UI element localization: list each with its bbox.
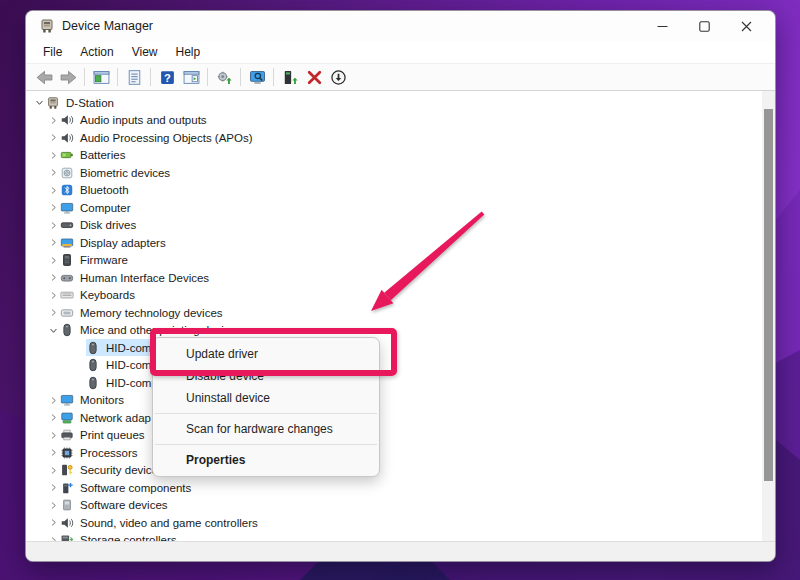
tree-item-keyboards[interactable]: Keyboards — [26, 287, 775, 305]
tree-item-label: Memory technology devices — [80, 307, 223, 319]
chevron-expanded-icon[interactable] — [46, 323, 60, 337]
chevron-collapsed-icon[interactable] — [46, 463, 60, 477]
chevron-collapsed-icon[interactable] — [46, 148, 60, 162]
hid-icon — [60, 271, 74, 285]
menu-file[interactable]: File — [34, 43, 71, 61]
chevron-collapsed-icon[interactable] — [46, 288, 60, 302]
minimize-button[interactable] — [641, 12, 683, 40]
tree-item-human-interface-devices[interactable]: Human Interface Devices — [26, 269, 775, 287]
tree-item-content: Human Interface Devices — [60, 269, 212, 286]
speaker-icon — [60, 516, 74, 530]
tree-item-label: Mice and other pointing devices — [80, 324, 242, 336]
chevron-collapsed-icon[interactable] — [46, 131, 60, 145]
chevron-collapsed-icon[interactable] — [46, 533, 60, 541]
tree-item-software-devices[interactable]: Software devices — [26, 497, 775, 515]
chevron-collapsed-icon[interactable] — [46, 481, 60, 495]
back-arrow-icon[interactable] — [32, 66, 56, 88]
forward-arrow-icon[interactable] — [56, 66, 80, 88]
action-pane-icon[interactable] — [179, 66, 203, 88]
tree-item-content: Audio inputs and outputs — [60, 112, 210, 129]
properties-doc-icon[interactable] — [122, 66, 146, 88]
chevron-collapsed-icon[interactable] — [46, 411, 60, 425]
tree-item-mice-and-other-pointing-devices[interactable]: Mice and other pointing devices — [26, 322, 775, 340]
tree-item-content: Keyboards — [60, 287, 138, 304]
update-driver-icon[interactable] — [212, 66, 236, 88]
help-icon[interactable]: ? — [155, 66, 179, 88]
component-icon — [60, 481, 74, 495]
tree-item-firmware[interactable]: Firmware — [26, 252, 775, 270]
chevron-collapsed-icon[interactable] — [46, 393, 60, 407]
memory-icon — [60, 306, 74, 320]
tree-item-label: HID-comp — [106, 359, 158, 371]
chevron-collapsed-icon[interactable] — [46, 166, 60, 180]
maximize-button[interactable] — [683, 12, 725, 40]
tree-item-content: Biometric devices — [60, 164, 173, 181]
tree-item-network-adap[interactable]: Network adap — [26, 409, 775, 427]
tree-item-hid-comp[interactable]: HID-comp — [26, 357, 775, 375]
tree-item-security-devices[interactable]: Security devices — [26, 462, 775, 480]
context-item-disable-device[interactable]: Disable device — [153, 365, 379, 387]
tree-item-biometric-devices[interactable]: Biometric devices — [26, 164, 775, 182]
monitor-icon — [60, 201, 74, 215]
tree-item-content: Storage controllers — [60, 532, 180, 541]
device-up-icon[interactable] — [278, 66, 302, 88]
tree-item-content: Sound, video and game controllers — [60, 514, 261, 531]
scrollbar-thumb[interactable] — [764, 109, 773, 481]
context-item-update-driver[interactable]: Update driver — [153, 343, 379, 365]
tree-item-label: Monitors — [80, 394, 124, 406]
tree-item-sound-video-and-game-controllers[interactable]: Sound, video and game controllers — [26, 514, 775, 532]
tree-item-hid-comp[interactable]: HID-comp — [26, 374, 775, 392]
vertical-scrollbar[interactable] — [762, 91, 775, 541]
tree-item-processors[interactable]: Processors — [26, 444, 775, 462]
context-item-properties[interactable]: Properties — [153, 449, 379, 471]
tree-item-computer[interactable]: Computer — [26, 199, 775, 217]
console-tree-icon[interactable] — [89, 66, 113, 88]
tree-item-d-station[interactable]: D-Station — [26, 94, 775, 112]
chevron-collapsed-icon[interactable] — [46, 183, 60, 197]
menu-help[interactable]: Help — [167, 43, 210, 61]
context-menu-separator — [155, 444, 377, 445]
tree-item-batteries[interactable]: Batteries — [26, 147, 775, 165]
delete-x-icon[interactable] — [302, 66, 326, 88]
chevron-collapsed-icon[interactable] — [46, 306, 60, 320]
toolbar-divider — [150, 68, 151, 86]
chevron-collapsed-icon[interactable] — [46, 428, 60, 442]
tree-item-storage-controllers[interactable]: Storage controllers — [26, 532, 775, 542]
toolbar-divider — [84, 68, 85, 86]
tree-item-print-queues[interactable]: Print queues — [26, 427, 775, 445]
chevron-collapsed-icon[interactable] — [46, 271, 60, 285]
context-item-uninstall-device[interactable]: Uninstall device — [153, 387, 379, 409]
tree-item-label: HID-comp — [106, 377, 158, 389]
tree-item-content: Memory technology devices — [60, 304, 226, 321]
tree-item-memory-technology-devices[interactable]: Memory technology devices — [26, 304, 775, 322]
chevron-collapsed-icon[interactable] — [46, 446, 60, 460]
mouse-icon — [86, 358, 100, 372]
monitor-icon — [60, 393, 74, 407]
chevron-collapsed-icon[interactable] — [46, 113, 60, 127]
menu-action[interactable]: Action — [71, 43, 122, 61]
chevron-collapsed-icon[interactable] — [46, 516, 60, 530]
chevron-collapsed-icon[interactable] — [46, 498, 60, 512]
context-item-scan-for-hardware-changes[interactable]: Scan for hardware changes — [153, 418, 379, 440]
tree-item-software-components[interactable]: Software components — [26, 479, 775, 497]
chevron-collapsed-icon[interactable] — [46, 201, 60, 215]
tree-item-bluetooth[interactable]: Bluetooth — [26, 182, 775, 200]
chevron-collapsed-icon[interactable] — [46, 253, 60, 267]
disable-down-icon[interactable] — [326, 66, 350, 88]
chevron-expanded-icon[interactable] — [32, 96, 46, 110]
tree-item-monitors[interactable]: Monitors — [26, 392, 775, 410]
tree-item-content: Software components — [60, 479, 194, 496]
battery-icon — [60, 148, 74, 162]
chevron-collapsed-icon[interactable] — [46, 236, 60, 250]
chevron-collapsed-icon[interactable] — [46, 218, 60, 232]
tree-item-audio-processing-objects-apos[interactable]: Audio Processing Objects (APOs) — [26, 129, 775, 147]
scan-hardware-icon[interactable] — [245, 66, 269, 88]
close-button[interactable] — [725, 12, 767, 40]
menu-view[interactable]: View — [123, 43, 167, 61]
tree-item-content: Batteries — [60, 147, 128, 164]
tree-item-disk-drives[interactable]: Disk drives — [26, 217, 775, 235]
tree-item-label: Display adapters — [80, 237, 166, 249]
tree-item-audio-inputs-and-outputs[interactable]: Audio inputs and outputs — [26, 112, 775, 130]
tree-item-display-adapters[interactable]: Display adapters — [26, 234, 775, 252]
tree-item-hid-comp[interactable]: HID-comp — [26, 339, 775, 357]
